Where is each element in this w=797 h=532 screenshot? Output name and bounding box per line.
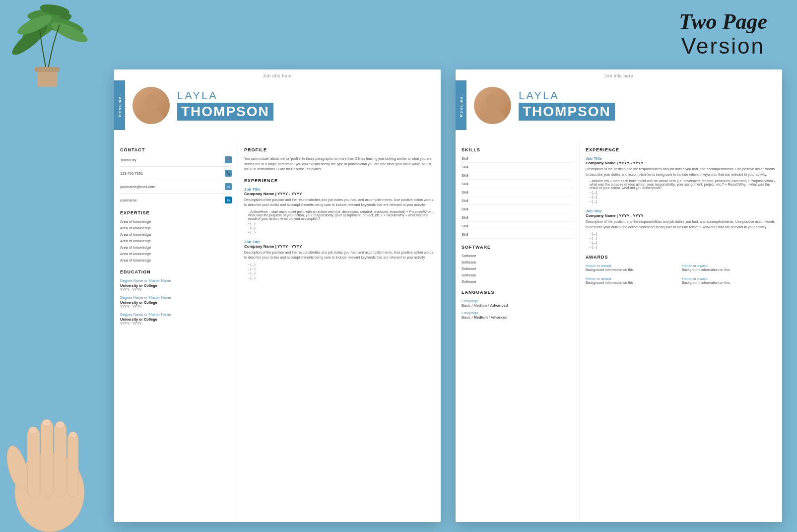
software-3: Software [462, 266, 573, 271]
exp-bullet-p2-1d: - (...) [586, 200, 776, 203]
resume-page-1: Job title here Resume. LAYLA THOMPSON CO [114, 69, 441, 522]
expertise-item-5: Area of knowledge [120, 245, 232, 250]
exp-block-1: Job Title Company Name | YYYY - YYYY Des… [244, 187, 435, 234]
exp-bullet-p2-1a: - Action/How – start each bullet point w… [586, 179, 776, 190]
job-title-page2: Job title here [456, 69, 782, 80]
name-block-2: LAYLA THOMPSON [519, 90, 772, 121]
exp-desc-2: Description of the position and the resp… [244, 250, 435, 261]
resume-page-2: Job title here Resume. LAYLA THOMPSON SK [456, 69, 782, 522]
software-4: Software [462, 273, 573, 277]
exp-job-title-p2-2: Job Title [586, 209, 776, 213]
svg-point-16 [29, 427, 38, 434]
two-page-cursive: Two Page [679, 10, 767, 34]
expertise-item-7: Area of knowledge [120, 258, 232, 263]
svg-point-17 [42, 419, 51, 426]
linkedin-icon: in [225, 197, 232, 203]
left-column-1: CONTACT Town/City 📍 123.456.7891 📞 yourn… [114, 140, 238, 522]
exp-block-p2-2: Job Title Company Name | YYYY - YYYY Des… [586, 209, 776, 249]
education-title: EDUCATION [120, 269, 232, 274]
svg-rect-8 [37, 69, 57, 87]
phone-icon: 📞 [225, 170, 232, 177]
contact-row-email: yourname@mail.com ✉ [120, 183, 232, 190]
languages-title: LANGUAGES [462, 290, 573, 295]
experience-title-1: EXPERIENCE [244, 178, 435, 183]
award-title-2: Honor or award [682, 264, 776, 268]
exp-company-p2-1: Company Name | YYYY - YYYY [586, 161, 776, 165]
exp-desc-p2-1: Description of the position and the resp… [586, 167, 776, 177]
contact-city: Town/City [120, 158, 136, 162]
job-title-page1: Job title here [114, 69, 441, 80]
contact-username: username [120, 198, 136, 202]
exp-company-2: Company Name | YYYY - YYYY [244, 244, 435, 249]
left-column-2: SKILLS Skill Skill Skill Skill Skill Ski… [456, 140, 580, 522]
awards-title: AWARDS [586, 255, 776, 260]
edu-degree-2: Degree Name or Master Name [120, 295, 232, 300]
award-desc-1: Background information on this. [586, 268, 680, 271]
software-2: Software [462, 260, 573, 265]
plant-decoration [0, 0, 99, 89]
exp-bullet-p2-1c: - (...) [586, 195, 776, 199]
exp-block-2: Job Title Company Name | YYYY - YYYY Des… [244, 240, 435, 279]
edu-year-1: YYYY - YYYY [120, 288, 232, 291]
svg-point-19 [69, 432, 77, 438]
location-icon: 📍 [225, 156, 232, 163]
exp-bullet-1b: - (...) [244, 221, 435, 225]
award-1: Honor or award Background information on… [586, 264, 680, 274]
last-name-2: THOMPSON [519, 103, 615, 121]
hand-decoration [0, 284, 114, 532]
expertise-title: EXPERTISE [120, 210, 232, 215]
exp-desc-1: Description of the position and the resp… [244, 198, 435, 208]
edu-uni-1: University or College [120, 283, 232, 288]
skill-6: Skill [462, 199, 573, 205]
resume-label-2: Resume. [456, 80, 466, 130]
email-icon: ✉ [225, 183, 232, 190]
award-title-4: Honor or award [682, 276, 776, 281]
skill-10: Skill [462, 232, 573, 239]
resumes-container: Job title here Resume. LAYLA THOMPSON CO [114, 69, 782, 522]
award-title-3: Honor or award [586, 276, 680, 281]
skill-2: Skill [462, 165, 573, 171]
edu-year-2: YYYY - YYYY [120, 305, 232, 308]
exp-job-title-2: Job Title [244, 240, 435, 244]
language-1-level: Basic / Medium / Advanced [462, 303, 573, 308]
edu-uni-3: University or College [120, 317, 232, 322]
svg-rect-11 [27, 428, 40, 497]
edu-uni-2: University or College [120, 300, 232, 305]
skill-3: Skill [462, 173, 573, 180]
svg-rect-9 [35, 67, 60, 72]
exp-bullet-p2-1b: - (...) [586, 191, 776, 194]
experience-title-2: EXPERIENCE [586, 147, 776, 152]
exp-bullet-p2-2d: - (...) [586, 245, 776, 249]
contact-row-phone: 123.456.7891 📞 [120, 170, 232, 177]
exp-block-p2-1: Job Title Company Name | YYYY - YYYY Des… [586, 156, 776, 203]
skill-7: Skill [462, 207, 573, 213]
resume-header-1: Resume. LAYLA THOMPSON [114, 80, 441, 140]
exp-company-p2-2: Company Name | YYYY - YYYY [586, 213, 776, 218]
software-5: Software [462, 279, 573, 284]
skill-8: Skill [462, 215, 573, 222]
profile-title: PROFILE [244, 147, 435, 152]
skill-5: Skill [462, 190, 573, 197]
exp-bullet-2c: - (...) [244, 271, 435, 275]
award-desc-4: Background information on this. [682, 281, 776, 284]
expertise-item-4: Area of knowledge [120, 239, 232, 243]
exp-company-1: Company Name | YYYY - YYYY [244, 192, 435, 196]
edu-degree-1: Degree Name or Master Name [120, 278, 232, 283]
language-2-level: Basic / Medium / Advanced [462, 315, 573, 320]
exp-bullet-2b: - (...) [244, 267, 435, 270]
expertise-item-2: Area of knowledge [120, 226, 232, 230]
skill-4: Skill [462, 182, 573, 188]
svg-point-18 [56, 421, 65, 428]
award-desc-2: Background information on this. [682, 268, 776, 271]
language-1-name: Language [462, 299, 573, 303]
first-name-2: LAYLA [519, 90, 772, 102]
exp-bullet-p2-2a: - (...) [586, 232, 776, 235]
expertise-item-3: Area of knowledge [120, 232, 232, 237]
right-column-2: EXPERIENCE Job Title Company Name | YYYY… [580, 140, 782, 522]
edu-degree-3: Degree Name or Master Name [120, 312, 232, 317]
award-4: Honor or award Background information on… [682, 276, 776, 287]
avatar-2 [474, 87, 511, 124]
contact-row-city: Town/City 📍 [120, 156, 232, 163]
resume-body-2: SKILLS Skill Skill Skill Skill Skill Ski… [456, 140, 782, 522]
contact-email: yourname@mail.com [120, 185, 155, 189]
